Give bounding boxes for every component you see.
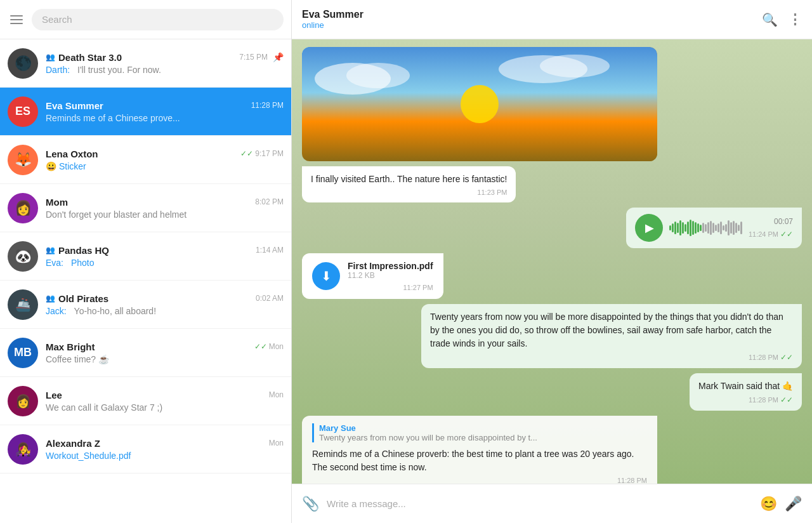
messages-area: I finally visited Earth.. The nature her… — [292, 39, 812, 484]
check-long: ✓✓ — [780, 353, 793, 362]
chat-content-lee: Lee Mon We can call it Galaxy Star 7 ;) — [46, 390, 284, 413]
file-bubble: ⬇ First Impression.pdf 11.2 KB 11:27 PM — [302, 253, 443, 299]
avatar-lee: 👩 — [8, 386, 38, 416]
chat-preview-pandas-hq: Eva: Photo — [46, 258, 284, 268]
voice-check: ✓✓ — [780, 230, 793, 239]
msg-incoming-reply: Mary Sue Twenty years from now you will … — [302, 416, 802, 484]
search-input[interactable] — [42, 14, 273, 25]
reply-time: 11:28 PM — [312, 477, 647, 484]
quote-bubble: Mary Sue Twenty years from now you will … — [302, 416, 657, 484]
chat-name-alexandra-z: Alexandra Z — [46, 438, 100, 449]
svg-point-3 — [346, 63, 410, 88]
chat-name-mom: Mom — [46, 197, 68, 208]
chat-header-info: Eva Summer online — [302, 9, 754, 30]
chat-name-death-star: 👥 Death Star 3.0 — [46, 52, 122, 63]
chat-item-alexandra-z[interactable]: 👩‍🎤 Alexandra Z Mon Workout_Shedule.pdf — [0, 425, 291, 473]
chat-item-old-pirates[interactable]: 🚢 👥 Old Pirates 0:02 AM Jack: Yo-ho-ho, … — [0, 281, 291, 329]
avatar-pandas-hq: 🐼 — [8, 241, 38, 272]
chat-item-mom[interactable]: 👩 Mom 8:02 PM Don't forget your blaster … — [0, 184, 291, 232]
msg-outgoing-twain: Mark Twain said that 🤙 11:28 PM ✓✓ — [302, 373, 802, 411]
preview-text-death-star: I'll trust you. For now. — [77, 65, 161, 75]
file-download-btn[interactable]: ⬇ — [312, 262, 340, 290]
search-header-icon[interactable]: 🔍 — [762, 12, 778, 27]
check-icon-lena: ✓✓ — [240, 149, 253, 158]
chat-time-old-pirates: 0:02 AM — [256, 294, 284, 303]
chat-name-max-bright: Max Bright — [46, 341, 95, 352]
avatar-lena-oxton: 🦊 — [8, 145, 38, 175]
attach-icon[interactable]: 📎 — [302, 496, 319, 512]
msg-bubble-twain: Mark Twain said that 🤙 11:28 PM ✓✓ — [690, 373, 802, 411]
msg-text-twain: Mark Twain said that 🤙 — [698, 380, 793, 393]
chat-content-pandas-hq: 👥 Pandas HQ 1:14 AM Eva: Photo — [46, 245, 284, 268]
file-time: 11:27 PM — [348, 284, 433, 291]
chat-preview-old-pirates: Jack: Yo-ho-ho, all aboard! — [46, 306, 284, 316]
chat-item-lee[interactable]: 👩 Lee Mon We can call it Galaxy Star 7 ;… — [0, 377, 291, 425]
quote-author: Mary Sue — [319, 423, 647, 433]
chat-content-max-bright: Max Bright ✓✓ Mon Coffee time? ☕ — [46, 341, 284, 364]
chat-name-eva-summer: Eva Summer — [46, 100, 103, 111]
pin-icon-death-star: 📌 — [273, 52, 284, 62]
file-info: First Impression.pdf 11.2 KB 11:27 PM — [348, 261, 433, 291]
hamburger-icon[interactable] — [8, 13, 25, 27]
msg-incoming-text-1: I finally visited Earth.. The nature her… — [302, 166, 802, 202]
sticker-emoji-lena: 😀 — [46, 161, 56, 171]
chat-header-status: online — [302, 20, 754, 30]
voice-time: 11:24 PM ✓✓ — [749, 230, 793, 239]
avatar-mom: 👩 — [8, 193, 38, 223]
chat-name-lee: Lee — [46, 390, 62, 401]
chat-preview-death-star: Darth: I'll trust you. For now. — [46, 65, 284, 75]
emoji-icon[interactable]: 😊 — [760, 496, 777, 512]
message-input[interactable] — [327, 498, 752, 509]
right-panel: Eva Summer online 🔍 ⋮ — [292, 0, 812, 523]
chat-item-max-bright[interactable]: MB Max Bright ✓✓ Mon Coffee time? ☕ — [0, 329, 291, 377]
msg-photo — [302, 47, 657, 161]
chat-time-mom: 8:02 PM — [255, 197, 284, 206]
chat-header-name: Eva Summer — [302, 9, 754, 20]
chat-preview-eva-summer: Reminds me of a Chinese prove... — [46, 113, 284, 123]
msg-bubble-incoming-1: I finally visited Earth.. The nature her… — [302, 166, 516, 202]
chat-preview-max-bright: Coffee time? ☕ — [46, 354, 284, 364]
voice-duration: 00:07 — [774, 217, 793, 226]
search-input-wrap — [32, 9, 284, 30]
svg-point-5 — [540, 55, 610, 77]
chat-time-pandas-hq: 1:14 AM — [256, 246, 284, 255]
msg-outgoing-long: Twenty years from now you will be more d… — [302, 304, 802, 368]
chat-time-max-bright: Mon — [269, 342, 284, 351]
search-bar — [0, 0, 291, 39]
voice-waveform — [669, 218, 742, 237]
group-icon-pirates: 👥 — [46, 294, 55, 303]
chat-preview-lee: We can call it Galaxy Star 7 ;) — [46, 402, 284, 413]
header-actions: 🔍 ⋮ — [762, 11, 802, 28]
chat-content-alexandra-z: Alexandra Z Mon Workout_Shedule.pdf — [46, 438, 284, 461]
chat-list: 🌑 👥 Death Star 3.0 7:15 PM 📌 Darth: I'll… — [0, 39, 291, 523]
voice-msg-bubble: ▶ — [626, 208, 802, 248]
chat-name-old-pirates: 👥 Old Pirates — [46, 293, 108, 304]
msg-time-long: 11:28 PM ✓✓ — [430, 353, 793, 362]
chat-time-eva-summer: 11:28 PM — [251, 101, 284, 110]
group-icon-pandas: 👥 — [46, 246, 55, 255]
chat-name-pandas-hq: 👥 Pandas HQ — [46, 245, 109, 256]
msg-text-long: Twenty years from now you will be more d… — [430, 310, 793, 350]
chat-item-pandas-hq[interactable]: 🐼 👥 Pandas HQ 1:14 AM Eva: Photo — [0, 232, 291, 281]
mic-icon[interactable]: 🎤 — [785, 496, 802, 512]
msg-photo-image — [302, 47, 657, 161]
chat-item-lena-oxton[interactable]: 🦊 Lena Oxton ✓✓ 9:17 PM 😀 Sticker — [0, 136, 291, 184]
voice-meta: 00:07 11:24 PM ✓✓ — [749, 217, 793, 239]
chat-item-death-star[interactable]: 🌑 👥 Death Star 3.0 7:15 PM 📌 Darth: I'll… — [0, 39, 291, 88]
file-name: First Impression.pdf — [348, 261, 433, 271]
avatar-eva-summer: ES — [8, 96, 38, 127]
msg-bubble-outgoing-long: Twenty years from now you will be more d… — [421, 304, 802, 368]
left-panel: 🌑 👥 Death Star 3.0 7:15 PM 📌 Darth: I'll… — [0, 0, 292, 523]
chat-time-lee: Mon — [269, 390, 284, 399]
chat-content-death-star: 👥 Death Star 3.0 7:15 PM 📌 Darth: I'll t… — [46, 52, 284, 75]
photo-inner — [302, 47, 657, 161]
svg-point-1 — [461, 85, 499, 123]
chat-time-death-star: 7:15 PM — [239, 53, 268, 62]
quote-bar: Mary Sue Twenty years from now you will … — [312, 423, 647, 442]
chat-item-eva-summer[interactable]: ES Eva Summer 11:28 PM Reminds me of a C… — [0, 88, 291, 136]
quote-body: Reminds me of a Chinese proverb: the bes… — [312, 447, 647, 474]
chat-time-alexandra-z: Mon — [269, 439, 284, 447]
more-options-icon[interactable]: ⋮ — [788, 11, 802, 28]
voice-play-btn[interactable]: ▶ — [635, 214, 663, 242]
file-size: 11.2 KB — [348, 271, 433, 280]
